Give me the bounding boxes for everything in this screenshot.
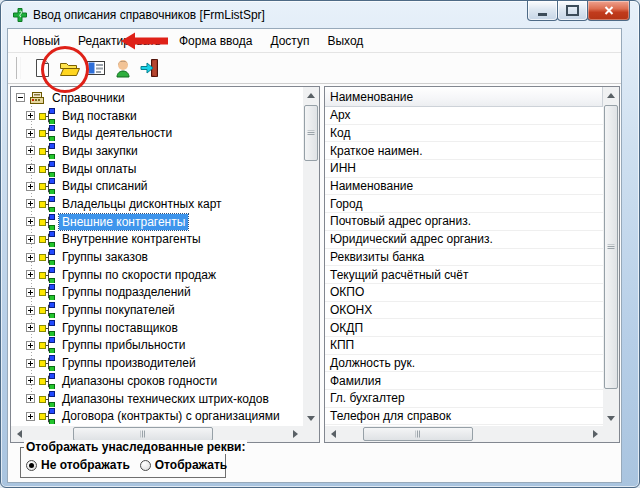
list-row[interactable]: Текущий расчётный счёт bbox=[325, 266, 603, 284]
tree-hscroll-thumb[interactable] bbox=[73, 427, 213, 441]
expand-plus-icon[interactable] bbox=[26, 217, 35, 226]
list-row[interactable]: Телефон для справок bbox=[325, 408, 603, 426]
tree-vertical-scrollbar[interactable] bbox=[303, 87, 319, 426]
scroll-right-icon[interactable] bbox=[287, 426, 303, 442]
expand-plus-icon[interactable] bbox=[26, 376, 35, 385]
attributes-list-panel: Наименование Арх Код Краткое наимен. ИНН… bbox=[324, 86, 620, 443]
list-row-label: ИНН bbox=[330, 161, 356, 175]
list-row[interactable]: ОКОНХ bbox=[325, 302, 603, 320]
list-horizontal-scrollbar[interactable] bbox=[325, 426, 603, 442]
maximize-button[interactable] bbox=[557, 1, 588, 21]
close-icon bbox=[604, 6, 614, 15]
list-row[interactable]: ОКДП bbox=[325, 319, 603, 337]
tree-item[interactable]: Договора (контракты) с организациями bbox=[11, 407, 303, 425]
radio-option[interactable]: Отображать bbox=[140, 458, 227, 472]
expand-plus-icon[interactable] bbox=[26, 323, 35, 332]
menu-item[interactable]: Доступ bbox=[261, 30, 318, 52]
tree-node-icon bbox=[39, 143, 55, 159]
scroll-down-icon[interactable] bbox=[603, 410, 619, 426]
expand-plus-icon[interactable] bbox=[26, 306, 35, 315]
tree-item[interactable]: Вид поставки bbox=[11, 107, 303, 125]
close-button[interactable] bbox=[587, 1, 630, 21]
list-vscroll-thumb[interactable] bbox=[604, 105, 618, 389]
list-row[interactable]: ОКПО bbox=[325, 284, 603, 302]
scroll-down-icon[interactable] bbox=[303, 410, 319, 426]
tree-node-icon bbox=[39, 355, 55, 371]
collapse-minus-icon[interactable] bbox=[16, 93, 25, 102]
expand-plus-icon[interactable] bbox=[26, 199, 35, 208]
expand-plus-icon[interactable] bbox=[26, 359, 35, 368]
expand-plus-icon[interactable] bbox=[26, 253, 35, 262]
list-row[interactable]: Фамилия bbox=[325, 372, 603, 390]
scroll-up-icon[interactable] bbox=[303, 87, 319, 103]
expand-plus-icon[interactable] bbox=[26, 270, 35, 279]
list-row-label: КПП bbox=[330, 338, 354, 352]
tree-item[interactable]: Группы поставщиков bbox=[11, 319, 303, 337]
tree-item[interactable]: Группы покупателей bbox=[11, 301, 303, 319]
list-row[interactable]: Почтовый адрес организ. bbox=[325, 213, 603, 231]
list-row-label: Реквизиты банка bbox=[330, 250, 424, 264]
list-row[interactable]: КПП bbox=[325, 337, 603, 355]
list-hscroll-thumb[interactable] bbox=[363, 427, 473, 441]
list-row[interactable]: Реквизиты банка bbox=[325, 249, 603, 267]
tree-item[interactable]: Внутренние контрагенты bbox=[11, 231, 303, 249]
tree-vscroll-thumb[interactable] bbox=[304, 105, 318, 161]
list-row-label: ОКПО bbox=[330, 285, 364, 299]
list-row[interactable]: Гл. бухгалтер bbox=[325, 390, 603, 408]
expand-plus-icon[interactable] bbox=[26, 394, 35, 403]
user-button[interactable] bbox=[109, 55, 136, 81]
expand-plus-icon[interactable] bbox=[26, 235, 35, 244]
expand-plus-icon[interactable] bbox=[26, 164, 35, 173]
titlebar[interactable]: Ввод описания справочников [FrmListSpr] bbox=[1, 1, 639, 28]
list-row[interactable]: Арх bbox=[325, 107, 603, 125]
list-row[interactable]: Наименование bbox=[325, 178, 603, 196]
list-row-label: Город bbox=[330, 197, 362, 211]
menu-item[interactable]: Форма ввода bbox=[170, 30, 261, 52]
tree-node-icon bbox=[39, 373, 55, 389]
expand-plus-icon[interactable] bbox=[26, 341, 35, 350]
tree-item[interactable]: Группы прибыльности bbox=[11, 337, 303, 355]
tree-item-label: Группы прибыльности bbox=[59, 337, 188, 353]
directories-tree: Справочники Вид поставки Виды деят bbox=[11, 87, 303, 426]
expand-plus-icon[interactable] bbox=[26, 412, 35, 421]
minimize-button[interactable] bbox=[527, 1, 558, 21]
scroll-up-icon[interactable] bbox=[603, 87, 619, 103]
tree-item[interactable]: Группы заказов bbox=[11, 248, 303, 266]
expand-plus-icon[interactable] bbox=[26, 182, 35, 191]
list-row[interactable]: Город bbox=[325, 195, 603, 213]
toolbar-grip[interactable] bbox=[16, 57, 21, 79]
radio-option[interactable]: Не отображать bbox=[26, 458, 130, 472]
tree-root[interactable]: Справочники bbox=[11, 89, 303, 107]
scroll-left-icon[interactable] bbox=[325, 426, 341, 442]
exit-door-icon bbox=[139, 57, 161, 79]
tree-item[interactable]: Группы подразделений bbox=[11, 284, 303, 302]
tree-item-label: Группы по скорости продаж bbox=[59, 267, 219, 283]
tree-item[interactable]: Виды оплаты bbox=[11, 160, 303, 178]
tree-item[interactable]: Владельцы дисконтных карт bbox=[11, 195, 303, 213]
list-row[interactable]: Краткое наимен. bbox=[325, 142, 603, 160]
tree-item[interactable]: Группы производителей bbox=[11, 354, 303, 372]
tree-item[interactable]: Виды закупки bbox=[11, 142, 303, 160]
tree-item[interactable]: Виды списаний bbox=[11, 177, 303, 195]
menu-item[interactable]: Выход bbox=[318, 30, 372, 52]
list-row[interactable]: Код bbox=[325, 125, 603, 143]
tree-root-icon bbox=[29, 90, 45, 106]
list-vertical-scrollbar[interactable] bbox=[603, 87, 619, 426]
tree-item[interactable]: Диапазоны сроков годности bbox=[11, 372, 303, 390]
list-column-header[interactable]: Наименование bbox=[325, 87, 603, 107]
expand-plus-icon[interactable] bbox=[26, 288, 35, 297]
expand-plus-icon[interactable] bbox=[26, 146, 35, 155]
expand-plus-icon[interactable] bbox=[26, 111, 35, 120]
list-row[interactable]: Юридический адрес организ. bbox=[325, 231, 603, 249]
tree-item[interactable]: Виды деятельности bbox=[11, 124, 303, 142]
list-row[interactable]: Должность рук. bbox=[325, 355, 603, 373]
list-row[interactable]: ИНН bbox=[325, 160, 603, 178]
expand-plus-icon[interactable] bbox=[26, 129, 35, 138]
scroll-right-icon[interactable] bbox=[587, 426, 603, 442]
list-row-label: Арх bbox=[330, 108, 351, 122]
tree-item[interactable]: Диапазоны технических штрих-кодов bbox=[11, 390, 303, 408]
tree-item[interactable]: Группы по скорости продаж bbox=[11, 266, 303, 284]
tree-item[interactable]: Внешние контрагенты bbox=[11, 213, 303, 231]
tree-item-label: Диапазоны технических штрих-кодов bbox=[59, 391, 272, 407]
exit-button[interactable] bbox=[136, 55, 163, 81]
